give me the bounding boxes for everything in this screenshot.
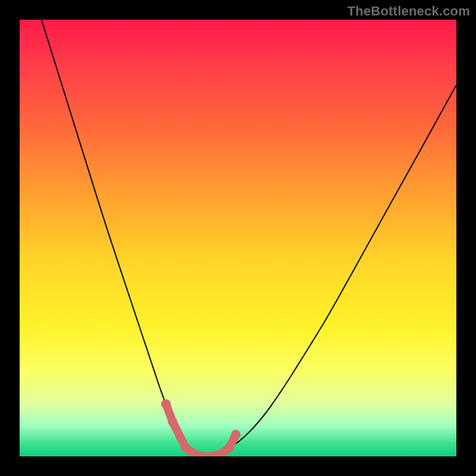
valley-marker-dot bbox=[181, 443, 190, 452]
watermark-text: TheBottleneck.com bbox=[347, 4, 470, 19]
valley-marker-dot bbox=[168, 416, 177, 426]
valley-marker-dot bbox=[224, 443, 234, 452]
curve-line bbox=[42, 20, 456, 456]
chart-svg bbox=[20, 20, 456, 456]
chart-canvas: TheBottleneck.com bbox=[0, 0, 476, 476]
valley-marker-dot bbox=[231, 430, 240, 439]
valley-marker-dot bbox=[161, 399, 171, 409]
plot-area bbox=[20, 20, 456, 456]
valley-markers bbox=[161, 399, 240, 456]
